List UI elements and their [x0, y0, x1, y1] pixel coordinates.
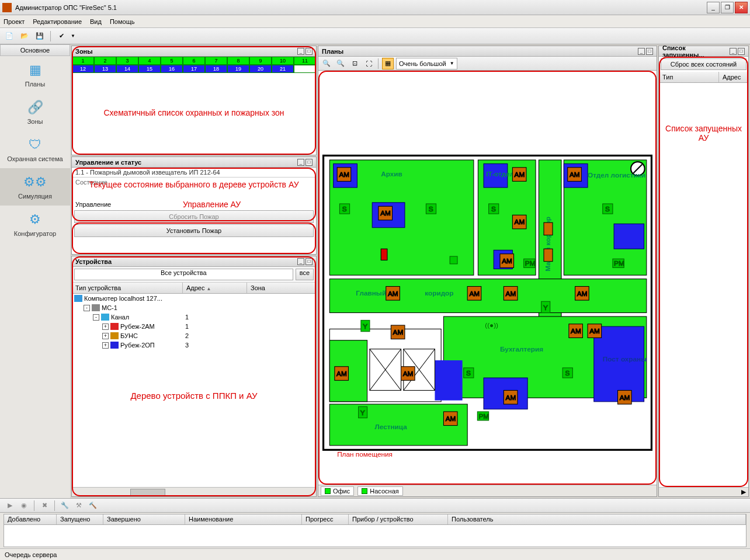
zone-cell[interactable]: 10 [272, 57, 294, 65]
new-icon[interactable]: 📄 [4, 30, 15, 42]
col-added[interactable]: Добавлено [4, 514, 57, 524]
filter-all-button[interactable]: все [296, 269, 314, 280]
zoom-reset-icon[interactable]: ⊡ [349, 58, 360, 69]
minimize-panel-icon[interactable]: _ [297, 258, 304, 265]
sidebar-item-label: Охранная система [7, 155, 62, 162]
tree-row[interactable]: -Канал1 [72, 312, 316, 322]
zone-cell[interactable]: 13 [94, 65, 116, 73]
map-tab-office[interactable]: Офис [321, 486, 354, 496]
tree-row[interactable]: +БУНС2 [72, 331, 316, 340]
tree-row[interactable]: Компьютер localhost 127... [72, 294, 316, 303]
zone-cell[interactable]: 9 [249, 57, 272, 65]
reset-fire-button[interactable]: Сбросить Пожар [74, 210, 314, 223]
minimize-panel-icon[interactable]: _ [297, 48, 304, 55]
zone-cell[interactable]: 20 [249, 65, 272, 73]
maximize-panel-icon[interactable]: □ [738, 48, 745, 55]
sidebar-item-configurator[interactable]: ⚙ Конфигуратор [0, 206, 70, 243]
grid-icon[interactable]: ▦ [382, 58, 394, 69]
zone-cell[interactable]: 14 [116, 65, 138, 73]
col-name[interactable]: Наименование [185, 514, 302, 524]
expand-icon[interactable]: + [102, 342, 109, 349]
zoom-in-icon[interactable]: 🔍 [321, 58, 332, 69]
zone-cell[interactable]: 2 [94, 57, 116, 65]
expand-icon[interactable]: + [102, 333, 109, 339]
set-fire-button[interactable]: Установить Пожар [74, 224, 314, 237]
col-running[interactable]: Запущено [57, 514, 103, 524]
scroll-thumb[interactable] [130, 489, 165, 496]
zone-cell[interactable]: 11 [294, 57, 316, 65]
zone-cell[interactable]: 18 [205, 65, 227, 73]
maximize-panel-icon[interactable]: □ [305, 159, 312, 166]
maximize-panel-icon[interactable]: □ [305, 258, 312, 265]
zoom-out-icon[interactable]: 🔍 [335, 58, 346, 69]
tree-row[interactable]: +Рубеж-2АМ1 [72, 322, 316, 331]
sidebar-item-label: Планы [25, 81, 45, 88]
play-icon[interactable]: ▶ [5, 500, 15, 511]
minimize-panel-icon[interactable]: _ [730, 48, 737, 55]
collapse-icon[interactable]: - [93, 314, 99, 321]
zone-cell[interactable]: 6 [183, 57, 205, 65]
col-device[interactable]: Прибор / устройство [349, 514, 448, 524]
tree-row[interactable]: +Рубеж-2ОП3 [72, 340, 316, 350]
minimize-panel-icon[interactable]: _ [297, 159, 304, 166]
col-zone[interactable]: Зона [247, 283, 316, 293]
tool-icon[interactable]: 🔨 [88, 500, 98, 511]
zone-cell[interactable]: 19 [227, 65, 249, 73]
col-addr[interactable]: Адрес [719, 72, 748, 82]
minimize-panel-icon[interactable]: _ [638, 48, 645, 55]
zone-cell[interactable]: 8 [227, 57, 249, 65]
control-annotation-1: Текущее состояние выбранного в дереве ус… [75, 180, 312, 189]
filter-input[interactable]: Все устройства [74, 269, 293, 280]
minimize-button[interactable]: _ [707, 2, 720, 13]
menu-view[interactable]: Вид [90, 18, 102, 25]
zone-cell[interactable]: 3 [116, 57, 138, 65]
open-icon[interactable]: 📂 [19, 30, 30, 42]
col-done[interactable]: Завершено [103, 514, 185, 524]
zone-cell[interactable]: 16 [161, 65, 183, 73]
expand-icon[interactable]: + [102, 324, 109, 330]
zone-cell[interactable]: 21 [272, 65, 294, 73]
save-icon[interactable]: 💾 [34, 30, 46, 42]
delete-icon[interactable]: ✖ [39, 500, 50, 511]
menu-help[interactable]: Помощь [110, 18, 135, 25]
col-progress[interactable]: Прогресс [302, 514, 349, 524]
tool-icon[interactable]: 🔧 [60, 500, 70, 511]
zone-cell[interactable]: 17 [183, 65, 205, 73]
check-icon[interactable]: ✔ [55, 30, 67, 42]
zone-cell[interactable]: 15 [138, 65, 161, 73]
collapse-icon[interactable]: - [84, 305, 90, 311]
maximize-panel-icon[interactable]: □ [305, 48, 312, 55]
zone-cell[interactable]: 12 [72, 65, 94, 73]
maximize-button[interactable]: ❐ [721, 2, 734, 13]
chevron-right-icon[interactable]: ▶ [741, 488, 746, 496]
maximize-panel-icon[interactable]: □ [646, 48, 653, 55]
col-type[interactable]: Тип устройства [72, 283, 183, 293]
scrollbar-horizontal[interactable]: ▶ [659, 487, 748, 496]
map-tab-pump[interactable]: Насосная [357, 486, 402, 496]
col-user[interactable]: Пользователь [448, 514, 746, 524]
scrollbar-horizontal[interactable] [72, 487, 316, 496]
zone-cell[interactable]: 4 [138, 57, 161, 65]
zone-cell[interactable]: 7 [205, 57, 227, 65]
sidebar-item-simulation[interactable]: ⚙⚙ Симуляция [0, 168, 70, 206]
zone-cell[interactable]: 5 [161, 57, 183, 65]
svg-rect-99 [381, 249, 387, 260]
menu-project[interactable]: Проект [4, 18, 25, 25]
zone-cell[interactable]: 1 [72, 57, 94, 65]
col-type[interactable]: Тип [659, 72, 719, 82]
tree-row[interactable]: -МС-1 [72, 303, 316, 312]
menu-edit[interactable]: Редактирование [33, 18, 82, 25]
close-button[interactable]: ✕ [735, 2, 748, 13]
sidebar-item-zones[interactable]: 🔗 Зоны [0, 93, 70, 131]
device-tree[interactable]: Компьютер localhost 127...-МС-1-Канал1+Р… [72, 294, 316, 350]
reset-all-states-button[interactable]: Сброс всех состояний [661, 58, 746, 70]
col-addr[interactable]: Адрес ▲ [183, 283, 247, 293]
sidebar-item-plans[interactable]: ▦ Планы [0, 56, 70, 93]
zoom-select[interactable]: Очень большой ▼ [396, 58, 457, 69]
fit-icon[interactable]: ⛶ [363, 58, 374, 69]
dropdown-icon[interactable]: ▼ [71, 33, 75, 39]
tool-icon[interactable]: ⚒ [74, 500, 84, 511]
sidebar-item-security[interactable]: 🛡 Охранная система [0, 131, 70, 168]
stop-icon[interactable]: ◉ [19, 500, 29, 511]
floorplan[interactable]: Архив IT-отдел Отдел логистики Малый кор… [318, 71, 657, 485]
